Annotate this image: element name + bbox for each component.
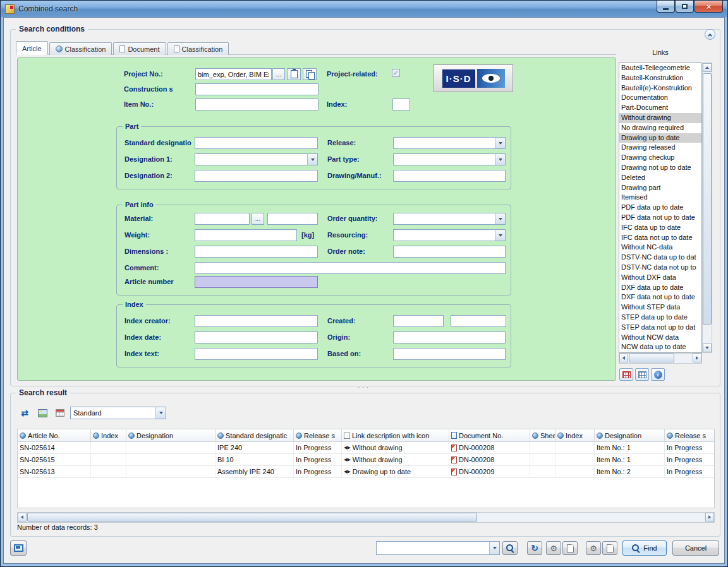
column-header[interactable]: Index: [555, 429, 595, 441]
links-list-item[interactable]: No drawing required: [619, 123, 701, 133]
links-list-item[interactable]: Without NCW data: [619, 333, 701, 343]
tab-article[interactable]: Article: [16, 41, 48, 55]
comment-input[interactable]: [195, 262, 506, 274]
links-list-item[interactable]: Documentation: [619, 93, 701, 103]
tools-button[interactable]: ⚙: [586, 541, 601, 555]
scroll-up-button[interactable]: [703, 63, 712, 72]
save-search-button[interactable]: [562, 541, 578, 555]
article-number-input[interactable]: [195, 276, 318, 288]
window-mode-button[interactable]: [10, 540, 27, 556]
maximize-button[interactable]: [676, 1, 694, 13]
links-list-item[interactable]: IFC data up to date: [619, 223, 701, 233]
links-list-item[interactable]: Without STEP data: [619, 302, 701, 313]
order-quantity-select[interactable]: [393, 213, 506, 225]
links-list-item[interactable]: Drawing not up to date: [619, 163, 701, 173]
cancel-button[interactable]: Cancel: [672, 540, 719, 556]
column-header[interactable]: Release s: [294, 429, 342, 441]
release-select[interactable]: [393, 137, 506, 149]
scroll-right-button[interactable]: [693, 354, 701, 362]
standard-designation-input[interactable]: [195, 137, 318, 149]
links-list-item[interactable]: NCW data up to date: [619, 342, 701, 352]
saved-search-select[interactable]: [376, 541, 500, 555]
find-button[interactable]: Find: [622, 540, 667, 556]
weight-input[interactable]: [195, 229, 297, 241]
construction-input[interactable]: [195, 83, 318, 95]
profile-select[interactable]: Standard: [70, 407, 166, 419]
column-header[interactable]: Designation: [126, 429, 215, 441]
scroll-down-button[interactable]: [703, 343, 712, 352]
tab-classification-2[interactable]: Classification: [167, 42, 229, 55]
links-list-item[interactable]: DXF data not up to date: [619, 292, 701, 302]
link-matrix-button[interactable]: [635, 368, 649, 381]
result-horizontal-scrollbar[interactable]: [17, 512, 715, 523]
links-list-item[interactable]: Without DXF data: [619, 273, 701, 283]
report-button[interactable]: [602, 541, 617, 555]
links-list-item[interactable]: DSTV-NC data not up to: [619, 263, 701, 273]
designation1-select[interactable]: [195, 153, 318, 165]
link-info-button[interactable]: i: [651, 368, 665, 381]
close-button[interactable]: ×: [695, 1, 723, 13]
index-creator-input[interactable]: [195, 315, 318, 327]
project-copy-button[interactable]: [303, 68, 317, 80]
tab-classification[interactable]: Classification: [49, 42, 112, 55]
titlebar[interactable]: Combined search ×: [1, 1, 727, 17]
table-row[interactable]: SN-025613Assembly IPE 240In Progress◀▶Dr…: [18, 466, 714, 478]
resourcing-select[interactable]: [393, 229, 506, 241]
material-extra-input[interactable]: [267, 213, 318, 225]
scroll-left-button[interactable]: [619, 354, 628, 362]
order-note-input[interactable]: [393, 246, 506, 258]
export-image-button[interactable]: [35, 406, 50, 420]
created-date-input[interactable]: [393, 315, 444, 327]
links-list-item[interactable]: Deleted: [619, 173, 701, 183]
links-list-item[interactable]: STEP data up to date: [619, 313, 701, 323]
minimize-button[interactable]: [657, 1, 675, 13]
links-list-item[interactable]: Without NC-data: [619, 242, 701, 253]
links-list-item[interactable]: Drawing checkup: [619, 153, 701, 163]
links-list-item[interactable]: Drawing up to date: [619, 133, 701, 143]
project-paste-button[interactable]: [287, 68, 301, 80]
refresh-results-button[interactable]: ⇄: [17, 406, 32, 420]
project-related-checkbox[interactable]: ✓: [392, 69, 400, 77]
links-list-item[interactable]: Drawing released: [619, 143, 701, 153]
column-header[interactable]: Release s: [665, 429, 715, 441]
scroll-thumb[interactable]: [629, 354, 674, 362]
material-input[interactable]: [195, 213, 250, 225]
links-list-item[interactable]: Drawing part: [619, 183, 701, 193]
created-time-input[interactable]: [451, 315, 506, 327]
index-input[interactable]: [392, 98, 410, 110]
links-list-item[interactable]: PDF data not up to date: [619, 213, 701, 223]
links-list-item[interactable]: DXF data up to date: [619, 283, 701, 293]
collapse-button[interactable]: [705, 29, 715, 40]
part-type-select[interactable]: [393, 153, 506, 165]
column-header[interactable]: Link description with icon: [342, 429, 449, 441]
tab-document[interactable]: Document: [113, 42, 166, 55]
link-matrix-red-button[interactable]: [619, 368, 633, 381]
index-date-input[interactable]: [195, 331, 318, 343]
search-options-button[interactable]: [502, 541, 518, 555]
links-list-item[interactable]: Without drawing: [619, 113, 701, 123]
links-vertical-scrollbar[interactable]: [702, 63, 712, 353]
links-horizontal-scrollbar[interactable]: [619, 353, 702, 364]
designation2-input[interactable]: [195, 170, 318, 182]
origin-input[interactable]: [393, 331, 506, 343]
scroll-thumb[interactable]: [703, 73, 712, 325]
links-list-item[interactable]: STEP data not up to dat: [619, 323, 701, 333]
scroll-thumb[interactable]: [27, 513, 477, 522]
index-text-input[interactable]: [195, 348, 318, 360]
links-list-item[interactable]: Bauteil-Teilegeometrie: [619, 63, 701, 73]
links-list-item[interactable]: Itemised: [619, 193, 701, 203]
column-header[interactable]: Shee: [530, 429, 555, 441]
column-header[interactable]: Standard designatic: [215, 429, 294, 441]
links-list-item[interactable]: DSTV-NC data up to dat: [619, 253, 701, 263]
refresh-button[interactable]: ↻: [527, 541, 542, 555]
column-header[interactable]: Document No.: [449, 429, 530, 441]
links-list-item[interactable]: Bauteil-Konstruktion: [619, 73, 701, 83]
item-no-input[interactable]: [195, 98, 318, 110]
links-list-item[interactable]: PDF data up to date: [619, 203, 701, 213]
project-browse-button[interactable]: ...: [272, 68, 285, 80]
scroll-right-button[interactable]: [705, 513, 714, 522]
settings-button[interactable]: ⚙: [546, 541, 561, 555]
table-row[interactable]: SN-025614IPE 240In Progress◀▶Without dra…: [18, 442, 714, 454]
drawing-manuf-input[interactable]: [393, 170, 506, 182]
scroll-left-button[interactable]: [18, 513, 27, 522]
